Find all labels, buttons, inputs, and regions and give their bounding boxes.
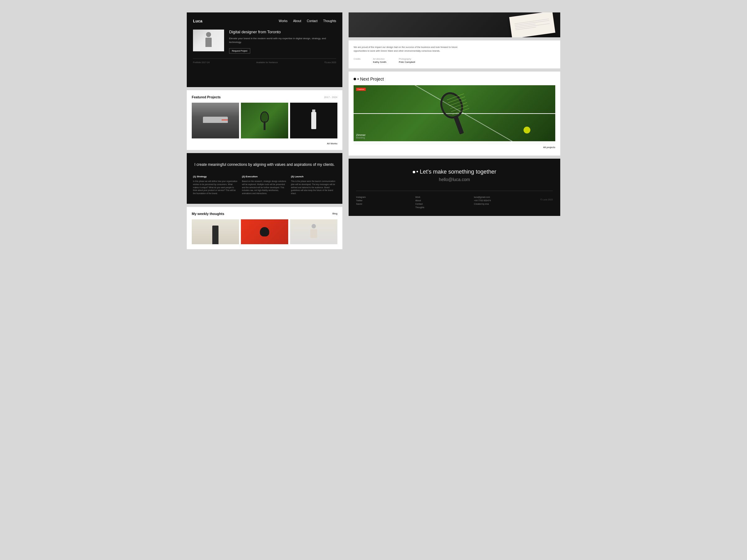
project-thumb-product[interactable] (290, 103, 337, 138)
hero-image (193, 30, 224, 51)
thought-thumb-person[interactable] (290, 219, 337, 244)
projects-grid (192, 103, 337, 138)
racket-large-handle (454, 115, 464, 134)
blog-link[interactable]: Blog (332, 212, 337, 215)
thoughts-section: My weekly thoughts Blog (187, 207, 342, 249)
footer-link-savee[interactable]: Savee (356, 203, 366, 205)
tennis-ball (523, 127, 531, 133)
photography-label: Photography (399, 58, 415, 60)
next-project-name: Zimmer (356, 133, 366, 137)
project-image-section (349, 12, 560, 37)
project-image-inner (349, 12, 560, 37)
racket-string-2 (448, 97, 465, 103)
person-body (205, 38, 212, 47)
footer-cta-text: • Let's make something together (416, 169, 496, 175)
footer-contact-email: luca@gmail.com (474, 196, 491, 198)
quote-section: I create meaningful connections by align… (187, 153, 342, 204)
car-accent (222, 119, 228, 121)
thoughts-grid (192, 219, 337, 244)
paper-lines (515, 19, 550, 31)
paper-line-5 (515, 27, 536, 30)
serum-bottle (212, 225, 218, 244)
service-launch-desc: This is the phase were the launch commun… (291, 180, 336, 195)
hero-portfolio-date: Portfolio 2017-24 (193, 61, 209, 63)
next-project-label: Zimmer Branding (356, 133, 366, 139)
next-project-image[interactable]: W Fashion Zimmer Branding (354, 85, 555, 141)
bullet-icon (354, 78, 356, 80)
footer-link-contact[interactable]: Contact (415, 203, 424, 205)
racket-large-head (437, 89, 466, 121)
footer-copyright: © Luca 2023 (540, 198, 553, 201)
nav-links: Works About Contact Thoughts (279, 19, 336, 23)
service-item-execution: (2) Execution Based on the research, str… (242, 175, 287, 195)
racket-handle (264, 121, 265, 130)
request-project-button[interactable]: Request Project (229, 48, 250, 54)
service-item-launch: (3) Launch This is the phase were the la… (291, 175, 336, 195)
hero-availability: Available for freelance (256, 61, 278, 63)
thought-thumb-red[interactable] (241, 219, 288, 244)
footer-link-thoughts[interactable]: Thoughts (415, 206, 424, 209)
footer-created-by: Created by ena (474, 203, 491, 205)
hero-title: Digital designer from Toronto (229, 30, 336, 35)
racket-large: W (432, 87, 476, 139)
nav-link-thoughts[interactable]: Thoughts (323, 19, 336, 23)
thought-thumb-serum[interactable] (192, 219, 239, 244)
photography-group: Photography Pete Campbell (399, 58, 415, 63)
nav-logo[interactable]: Luca (193, 19, 202, 23)
credits-label: Credits (354, 58, 360, 60)
featured-title: Featured Projects (192, 95, 221, 99)
hero-content: Digital designer from Toronto Elevate yo… (193, 30, 336, 54)
paper-decoration (509, 12, 555, 37)
racket-string-3 (449, 100, 466, 106)
project-thumb-car[interactable] (192, 103, 239, 138)
footer-email[interactable]: hello@luca.com (356, 177, 553, 182)
art-direction-group: Art direction Kathy Smith (373, 58, 386, 63)
project-info-section: We are proud of the impact our design ha… (349, 41, 560, 69)
next-project-type: Branding (356, 137, 366, 139)
racket-string-6 (452, 108, 469, 115)
racket-string-4 (450, 102, 467, 109)
footer-col-contact: luca@gmail.com +44 7700 900474 Created b… (474, 196, 491, 210)
footer-link-twitter[interactable]: Twitter (356, 199, 366, 202)
footer-col-nav: Work About Contact Thoughts (415, 196, 424, 210)
project-fashion-tag: Fashion (356, 88, 366, 91)
nav-link-works[interactable]: Works (279, 19, 288, 23)
footer-link-instagram[interactable]: Instagram (356, 196, 366, 198)
footer-cta: • Let's make something together hello@lu… (356, 169, 553, 182)
featured-date-range: 2017 - 2024 (324, 96, 337, 99)
right-column: We are proud of the impact our design ha… (349, 12, 560, 249)
hero-section: Luca Works About Contact Thoughts (187, 12, 342, 87)
nav-link-about[interactable]: About (293, 19, 301, 23)
service-item-strategy: (1) Strategy In this phase we will defin… (193, 175, 238, 195)
project-description: We are proud of the impact our design ha… (354, 46, 459, 53)
all-projects-link[interactable]: All projects (354, 144, 555, 151)
tennis-court-visual: W (354, 85, 555, 141)
hero-text: Digital designer from Toronto Elevate yo… (229, 30, 336, 54)
next-project-title-text: • Next Project (357, 77, 384, 81)
footer-col-copyright: © Luca 2023 (540, 196, 553, 210)
hero-person-photo (193, 30, 224, 51)
featured-projects-section: Featured Projects 2017 - 2024 (187, 90, 342, 150)
footer-link-about[interactable]: About (415, 199, 424, 202)
hero-subtitle: Elevate your brand in the modern world w… (229, 37, 336, 44)
thoughts-title: My weekly thoughts (192, 212, 225, 216)
hero-footer: Portfolio 2017-24 Available for freelanc… (193, 58, 336, 63)
footer-link-work[interactable]: Work (415, 196, 424, 198)
nav-link-contact[interactable]: Contact (307, 19, 317, 23)
apple-shape (260, 227, 269, 236)
service-launch-number: (3) Launch (291, 175, 336, 178)
hero-copyright: ©Luca 2023 (324, 61, 336, 63)
bottle-cap (312, 109, 315, 112)
next-project-title: • Next Project (354, 77, 555, 81)
all-works-link[interactable]: All Works (192, 142, 337, 145)
credits-section: Credits Art direction Kathy Smith Photog… (354, 58, 555, 63)
racket-string-1 (447, 94, 464, 100)
footer-bullet-icon (413, 171, 415, 173)
footer-cta-title: • Let's make something together (356, 169, 553, 175)
service-execution-desc: Based on the research, strategic design … (242, 180, 287, 195)
left-column: Luca Works About Contact Thoughts (187, 12, 342, 249)
footer-contact-phone: +44 7700 900474 (474, 199, 491, 202)
project-thumb-tennis[interactable] (241, 103, 288, 138)
person-head (206, 32, 211, 37)
photography-value: Pete Campbell (399, 61, 415, 63)
